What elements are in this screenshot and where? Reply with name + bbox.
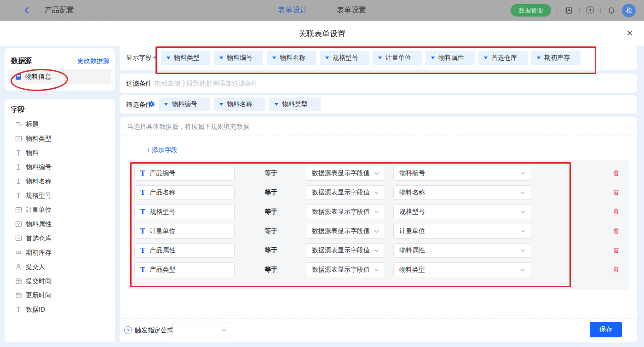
formula-help-icon[interactable]: ? [124,326,132,334]
field-list-item[interactable]: 首选仓库 [5,231,115,245]
trigger-formula-label: 触发指定公式 [135,326,173,335]
rule-source-field-select[interactable]: 规格型号 [393,205,531,219]
field-list-item[interactable]: 计量单位 [5,203,115,217]
equals-label: 等于 [264,246,277,255]
rule-target-field[interactable]: T 产品类型 [134,262,235,277]
trigger-formula-select[interactable] [172,323,232,337]
rule-target-field-label: 产品编号 [150,169,175,177]
rule-source-type-select[interactable]: 数据源表显示字段值 [306,166,385,181]
rule-source-type-select[interactable]: 数据源表显示字段值 [306,243,385,258]
rule-target-field-label: 规格型号 [150,208,175,216]
chevron-down-icon [374,172,379,175]
text-field-icon: T [140,266,145,273]
field-chip-label: 物料编号 [227,54,253,62]
fields-title: 字段 [11,105,25,114]
field-list-item[interactable]: 更新时间 [5,288,115,302]
contacts-book-icon[interactable] [564,6,573,15]
delete-rule-button[interactable] [613,228,620,235]
delete-rule-button[interactable] [613,266,620,273]
field-list-item-label: 物料属性 [26,220,52,228]
field-list-item[interactable]: 规格型号 [5,188,115,203]
field-chip-label: 物料编号 [172,100,197,108]
rule-source-field-select[interactable]: 物料名称 [393,185,531,200]
close-icon[interactable]: × [627,26,633,40]
field-chip[interactable]: 物料编号 [159,97,210,111]
rule-source-type-value: 数据源表显示字段值 [312,169,374,177]
field-chip[interactable]: 物料属性 [426,51,475,65]
rule-source-type-select[interactable]: 数据源表显示字段值 [306,224,385,239]
filter-drop-placeholder[interactable]: 拖动左侧字段到此处来添加过滤条件 [155,80,258,88]
field-chip-label: 规格型号 [333,54,358,62]
rule-target-field[interactable]: T 计量单位 [134,224,235,239]
tab-form-design[interactable]: 表单设计 [278,6,307,15]
rule-target-field[interactable]: T 产品名称 [134,185,235,200]
rule-source-type-select[interactable]: 数据源表显示字段值 [306,185,385,200]
divider [120,318,637,319]
gear-icon[interactable] [148,101,155,108]
field-list-item[interactable]: 物料 [5,146,115,160]
rule-source-type-select[interactable]: 数据源表显示字段值 [306,262,385,277]
datasource-panel: 数据源 更改数据源 物料信息 [5,48,115,91]
save-button[interactable]: 保存 [590,322,622,337]
field-chip[interactable]: 首选仓库 [478,51,528,65]
chevron-down-icon [374,268,379,272]
add-display-field-button[interactable]: + [153,53,157,62]
add-field-button[interactable]: + 添加字段 [146,146,178,154]
avatar[interactable]: 检 [622,4,636,17]
field-list-item[interactable]: 提交人 [5,260,115,274]
chevron-down-icon [374,249,379,252]
delete-rule-button[interactable] [613,189,620,196]
rule-source-type-value: 数据源表显示字段值 [312,266,374,274]
rule-target-field[interactable]: T 规格型号 [134,205,235,219]
notification-bell-icon[interactable] [607,6,615,15]
field-chip[interactable]: 物料名称 [214,97,265,111]
field-list-item[interactable]: 数据ID [5,302,115,317]
rule-source-field-value: 计量单位 [399,227,520,235]
input-field-icon [15,178,22,185]
delete-rule-button[interactable] [613,247,620,254]
rule-target-field[interactable]: T 产品编号 [134,166,235,181]
field-list-item[interactable]: 物料编号 [5,160,115,174]
rule-source-field-select[interactable]: 物料属性 [393,243,531,258]
rule-target-field[interactable]: T 产品属性 [134,243,235,258]
field-list-item-label: 更新时间 [26,291,52,300]
data-manage-button[interactable]: 数据管理 [511,4,551,17]
display-field-chips: 物料类型 物料编号 物料名称 规格型号 计量单位 物料属性 首选仓库 期初库存 [161,51,581,65]
field-list-item[interactable]: 123 期初库存 [5,245,115,260]
rule-target-field-label: 产品类型 [150,266,175,274]
caret-down-icon [219,57,223,59]
rule-source-field-select[interactable]: 物料类型 [393,262,531,277]
help-icon[interactable]: ? [586,6,594,14]
rule-source-field-select[interactable]: 物料编号 [393,166,531,181]
tab-form-settings[interactable]: 表单设置 [337,6,366,15]
equals-label: 等于 [264,227,277,235]
rule-row: T 产品编号 等于 数据源表显示字段值 物料编号 [134,166,622,181]
delete-rule-button[interactable] [613,208,620,216]
datasource-item[interactable]: 物料信息 [8,69,111,84]
rule-source-type-select[interactable]: 数据源表显示字段值 [306,205,385,219]
change-datasource-link[interactable]: 更改数据源 [77,57,109,65]
field-chip[interactable]: 物料类型 [269,97,321,111]
field-chip[interactable]: 计量单位 [373,51,422,65]
field-chip[interactable]: 物料名称 [267,51,316,65]
field-list-item[interactable]: 物料名称 [5,174,115,188]
caret-down-icon [167,57,170,59]
datasource-item-label: 物料信息 [25,73,51,81]
rule-target-field-label: 计量单位 [150,227,175,235]
field-list-item[interactable]: 提交时间 [5,274,115,288]
divider [600,7,601,14]
field-chip[interactable]: 规格型号 [320,51,369,65]
field-chip[interactable]: 物料类型 [161,51,210,65]
field-chip[interactable]: 期初库存 [531,51,581,65]
delete-rule-button[interactable] [613,170,620,177]
field-list-item[interactable]: 物料类型 [5,131,115,146]
fill-rules-hint: 当选择具体数据后，将按如下规则填充数据 [127,123,249,131]
chevron-down-icon [221,329,226,332]
rule-source-field-select[interactable]: 计量单位 [393,224,531,239]
field-list-item[interactable]: 标题 [5,117,115,131]
field-list-item[interactable]: 物料属性 [5,217,115,231]
field-chip-label: 物料类型 [282,100,308,108]
equals-label: 等于 [264,266,277,274]
date-field-icon [15,292,22,299]
field-chip[interactable]: 物料编号 [214,51,263,65]
